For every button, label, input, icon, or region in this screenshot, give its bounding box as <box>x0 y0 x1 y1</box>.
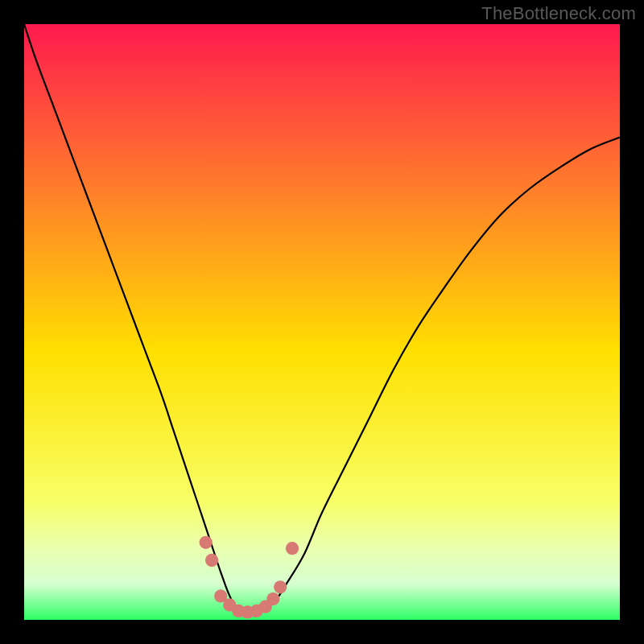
curve-markers <box>200 536 299 619</box>
curve-marker <box>274 580 287 593</box>
curve-marker <box>205 554 218 567</box>
curve-marker <box>286 542 299 555</box>
plot-viewport <box>24 24 620 620</box>
chart-frame: TheBottleneck.com <box>0 0 644 644</box>
curve-marker <box>266 592 279 605</box>
bottleneck-curve <box>24 24 620 620</box>
watermark-text: TheBottleneck.com <box>481 3 636 24</box>
curve-marker <box>200 536 213 549</box>
curve-line <box>24 24 620 614</box>
